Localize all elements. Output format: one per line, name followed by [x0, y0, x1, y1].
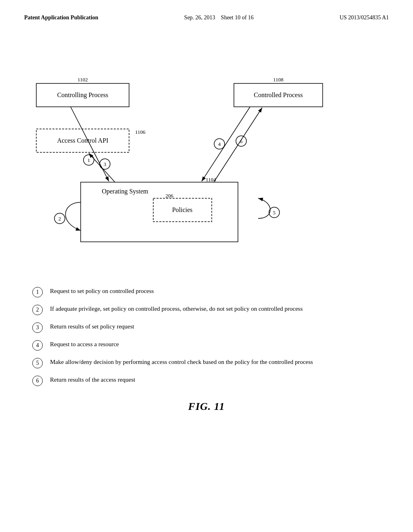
legend-section: 1 Request to set policy on controlled pr… — [0, 279, 413, 386]
arrow-4-line — [202, 107, 250, 181]
legend-num-6: 6 — [32, 376, 43, 386]
step6-num: 6 — [240, 138, 243, 144]
step1-num: 1 — [88, 157, 90, 163]
legend-item-4: 4 Request to access a resource — [32, 340, 381, 351]
legend-item-1: 1 Request to set policy on controlled pr… — [32, 287, 381, 297]
ref-1102: 1102 — [77, 77, 88, 83]
step4-num: 4 — [218, 141, 221, 147]
patent-number: US 2013/0254835 A1 — [340, 15, 389, 21]
step5-num: 5 — [273, 210, 276, 216]
ref-1106: 1106 — [135, 129, 146, 135]
policies-label: Policies — [172, 206, 193, 213]
ref-1104: 1104 — [206, 177, 216, 183]
diagram-area: Controlling Process 1102 Controlled Proc… — [0, 45, 413, 279]
legend-text-4: Request to access a resource — [50, 340, 381, 349]
legend-text-5: Make allow/deny decision by performing a… — [50, 358, 381, 366]
arrow-3-line — [89, 153, 115, 182]
os-label: Operating System — [102, 188, 148, 195]
legend-num-3: 3 — [32, 322, 43, 333]
controlled-process-label: Controlled Process — [254, 91, 302, 98]
access-api-label: Access Control API — [57, 137, 108, 144]
figure-title: FIG. 11 — [0, 401, 413, 413]
legend-text-6: Return results of the access request — [50, 376, 381, 384]
legend-item-5: 5 Make allow/deny decision by performing… — [32, 358, 381, 368]
ref-1108: 1108 — [273, 77, 284, 83]
arrow-2-path — [65, 202, 81, 231]
ref-206: 206 — [165, 193, 173, 199]
legend-text-2: If adequate privilege, set policy on con… — [50, 305, 381, 313]
page-header: Patent Application Publication Sep. 26, … — [0, 0, 413, 21]
legend-item-2: 2 If adequate privilege, set policy on c… — [32, 305, 381, 315]
diagram-svg: Controlling Process 1102 Controlled Proc… — [0, 45, 413, 279]
publication-label: Patent Application Publication — [24, 15, 98, 21]
step2-num: 2 — [58, 216, 61, 222]
controlling-process-label: Controlling Process — [57, 91, 108, 99]
legend-num-4: 4 — [32, 340, 43, 351]
legend-num-2: 2 — [32, 305, 43, 315]
legend-item-6: 6 Return results of the access request — [32, 376, 381, 386]
step3-num: 3 — [104, 161, 106, 167]
arrow-1-line — [71, 107, 109, 181]
arrow-5-path — [258, 198, 270, 218]
publication-date: Sep. 26, 2013 Sheet 10 of 16 — [184, 15, 254, 21]
legend-num-1: 1 — [32, 287, 43, 297]
legend-text-3: Return results of set policy request — [50, 322, 381, 331]
legend-num-5: 5 — [32, 358, 43, 368]
legend-text-1: Request to set policy on controlled proc… — [50, 287, 381, 295]
legend-item-3: 3 Return results of set policy request — [32, 322, 381, 333]
